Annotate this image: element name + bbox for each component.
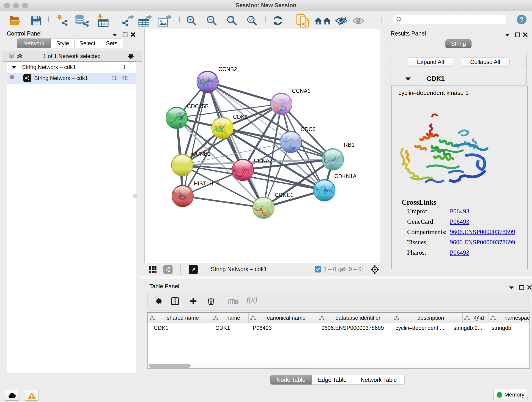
svg-text:CDKN1A: CDKN1A bbox=[334, 173, 356, 179]
svg-text:CDK1: CDK1 bbox=[233, 114, 248, 120]
svg-text:CCNB2: CCNB2 bbox=[218, 66, 237, 72]
svg-text:HIST1H1A: HIST1H1A bbox=[194, 180, 220, 186]
svg-text:CDC6: CDC6 bbox=[301, 126, 316, 132]
svg-text:CDC25B: CDC25B bbox=[187, 103, 209, 109]
svg-text:CCNA1: CCNA1 bbox=[292, 88, 310, 94]
svg-text:CCNE1: CCNE1 bbox=[275, 192, 293, 198]
svg-text:RB1: RB1 bbox=[344, 142, 355, 148]
svg-text:CCNA2: CCNA2 bbox=[254, 157, 272, 164]
svg-text:CCNB1: CCNB1 bbox=[192, 151, 210, 157]
